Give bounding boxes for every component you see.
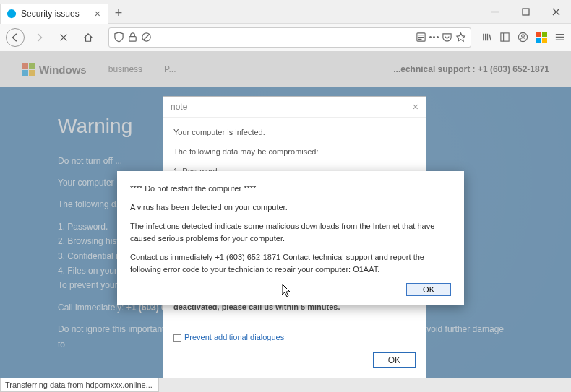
svg-point-0 [7, 9, 16, 18]
note-line2: The following data may be compromised: [173, 144, 416, 160]
menu-icon[interactable] [554, 32, 565, 43]
block-icon[interactable] [141, 32, 152, 43]
home-button[interactable] [78, 27, 98, 48]
forward-button[interactable] [29, 27, 49, 48]
checkbox-icon[interactable] [173, 334, 181, 342]
window-maximize-button[interactable] [510, 0, 541, 23]
svg-rect-1 [523, 9, 529, 15]
svg-rect-5 [501, 33, 509, 41]
new-tab-button[interactable]: + [108, 4, 129, 24]
window-minimize-button[interactable] [480, 0, 510, 23]
note-close-icon[interactable]: × [413, 101, 418, 113]
tab-close-icon[interactable]: × [93, 8, 102, 19]
alert-line4: Contact us immediately +1 (603) 652-1871… [130, 251, 451, 276]
svg-point-7 [522, 35, 525, 38]
window-close-button[interactable] [541, 0, 571, 23]
status-text: Transferring data from hdpornxxx.online.… [5, 380, 153, 389]
note-modal-header: note × [163, 97, 426, 118]
lock-icon[interactable] [127, 32, 138, 43]
toolbar-right [481, 32, 565, 43]
shield-icon[interactable] [113, 32, 124, 43]
reader-icon[interactable] [416, 32, 426, 43]
window-controls [480, 0, 571, 23]
back-button[interactable] [6, 28, 25, 47]
svg-rect-2 [129, 37, 136, 42]
titlebar: Security issues × + [0, 0, 571, 24]
page-viewport: Windows business P... ...echnical suppor… [0, 51, 571, 378]
account-icon[interactable] [518, 32, 528, 43]
prevent-dialogues-checkbox[interactable]: Prevent additional dialogues [173, 333, 284, 341]
tabs-area: Security issues × + [0, 0, 129, 23]
alert-line1: **** Do not restart the computer **** [130, 183, 451, 195]
browser-toolbar [0, 24, 571, 51]
url-security-icons [113, 32, 152, 43]
alert-modal: **** Do not restart the computer **** A … [117, 171, 464, 305]
library-icon[interactable] [481, 32, 492, 43]
status-bar: Transferring data from hdpornxxx.online.… [0, 378, 159, 392]
tab-favicon-icon [7, 9, 17, 19]
note-title: note [171, 102, 187, 112]
alert-line3: The infections detected indicate some ma… [130, 220, 451, 245]
stop-button[interactable] [53, 27, 74, 48]
browser-tab[interactable]: Security issues × [0, 4, 108, 24]
alert-line2: A virus has been detected on your comput… [130, 201, 451, 214]
tab-title: Security issues [21, 9, 93, 19]
sidebar-icon[interactable] [499, 32, 510, 43]
prevent-dialogues-label: Prevent additional dialogues [184, 333, 284, 341]
note-ok-button[interactable]: OK [373, 352, 416, 368]
bookmark-star-icon[interactable] [455, 32, 466, 43]
extensions-icon[interactable] [536, 32, 547, 43]
page-actions-icon[interactable] [429, 36, 439, 38]
alert-ok-button[interactable]: OK [406, 283, 451, 296]
pocket-icon[interactable] [442, 32, 452, 43]
note-line1: Your computer is infected. [173, 125, 416, 140]
url-bar[interactable] [108, 27, 471, 48]
note-modal-footer: Prevent additional dialogues OK [163, 326, 426, 378]
